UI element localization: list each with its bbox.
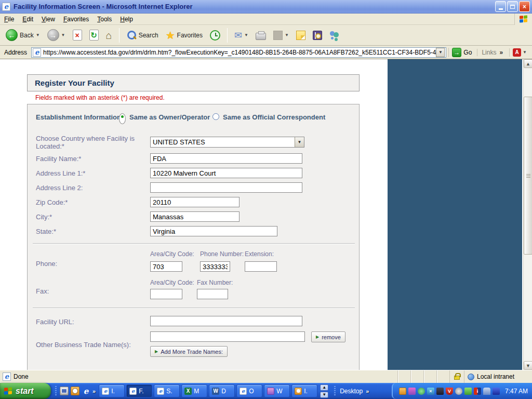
back-button[interactable]: ← Back ▼	[3, 28, 43, 43]
taskbar-clock: 7:47 AM	[505, 388, 528, 395]
close-icon: ×	[523, 3, 526, 10]
edit-dropdown-icon[interactable]: ▼	[285, 33, 289, 37]
radio-official-correspondent-label[interactable]: Same as Official Correspondent	[223, 113, 325, 121]
address-url-text[interactable]: https://www.accesstest.fda.gov/drlm/drlm…	[43, 49, 436, 56]
country-select[interactable]: UNITED STATES ▼	[150, 137, 304, 148]
phone-label: Phone:	[36, 260, 57, 268]
favorites-button[interactable]: ★ Favorites	[163, 29, 205, 42]
discuss-button[interactable]	[294, 29, 308, 42]
address-input[interactable]: e https://www.accesstest.fda.gov/drlm/dr…	[31, 47, 446, 58]
links-chevron-icon[interactable]: »	[499, 49, 503, 56]
tray-agent-icon[interactable]	[483, 388, 490, 395]
home-button[interactable]: ⌂	[103, 29, 115, 42]
menu-file[interactable]: File	[0, 14, 18, 24]
tray-chat-icon[interactable]	[418, 388, 425, 395]
refresh-button[interactable]: ↻	[87, 28, 101, 42]
show-desktop-icon[interactable]	[60, 387, 69, 395]
phone-extension-input[interactable]	[245, 261, 277, 272]
scroll-down-button[interactable]: ▼	[524, 361, 532, 370]
fax-number-input[interactable]	[197, 289, 228, 299]
edit-icon	[273, 31, 283, 40]
history-button[interactable]	[207, 29, 223, 42]
remove-trade-name-button[interactable]: ▶ remove	[311, 331, 345, 342]
quick-launch-ie-icon[interactable]: e	[82, 387, 90, 395]
pdf-toolbar-button[interactable]: A ▼	[509, 48, 530, 57]
remove-chevron-icon: ▶	[316, 335, 319, 339]
links-toolbar[interactable]: Links »	[477, 49, 507, 56]
pdf-dropdown-icon[interactable]: ▼	[523, 50, 527, 55]
scroll-up-button[interactable]: ▲	[524, 59, 532, 68]
menu-help[interactable]: Help	[116, 14, 137, 24]
quick-launch-chevron-icon[interactable]: »	[92, 388, 96, 394]
ie-task-icon: e	[240, 388, 247, 395]
fax-area-code-input[interactable]	[150, 289, 182, 299]
tray-app-icon[interactable]	[408, 388, 416, 395]
minimize-button[interactable]	[495, 1, 506, 12]
menu-edit[interactable]: Edit	[18, 14, 37, 24]
mail-button[interactable]: ✉ ▼	[232, 30, 251, 41]
menu-favorites[interactable]: Favorites	[59, 14, 93, 24]
radio-same-as-official-correspondent[interactable]	[212, 113, 219, 120]
tray-clock-icon[interactable]	[399, 388, 406, 395]
taskbar-scroll-down-button[interactable]: ▼	[320, 392, 328, 398]
task-button-clock-app[interactable]: I.	[291, 384, 317, 397]
print-button[interactable]	[253, 29, 269, 42]
state-input[interactable]	[150, 226, 277, 236]
address-label: Address	[2, 49, 29, 56]
task-button-ie-2[interactable]: e S.	[154, 384, 180, 397]
address-line1-input[interactable]	[150, 168, 302, 178]
quick-launch-clock-icon[interactable]	[71, 387, 79, 395]
back-dropdown-icon[interactable]: ▼	[36, 33, 40, 37]
taskbar-scroll: ▲ ▼	[320, 384, 328, 398]
address-dropdown-button[interactable]: ▼	[436, 48, 445, 57]
research-button[interactable]	[310, 29, 325, 42]
tray-update-icon[interactable]	[464, 388, 472, 395]
add-more-trade-names-button[interactable]: ▶ Add More Trade Names:	[150, 346, 228, 357]
task-button-ie-1[interactable]: e I.	[99, 384, 125, 397]
scrollbar-thumb[interactable]	[524, 97, 532, 255]
maximize-button[interactable]	[507, 1, 518, 12]
desktop-chevron-icon[interactable]: »	[366, 388, 369, 394]
facility-name-input[interactable]	[150, 153, 302, 164]
toolbar-grip[interactable]	[55, 386, 57, 396]
tray-status-icon[interactable]: ×	[427, 388, 434, 395]
country-dropdown-icon[interactable]: ▼	[295, 137, 304, 147]
ie-task-icon: e	[157, 388, 164, 395]
vertical-scrollbar[interactable]: ▲ ▼	[523, 59, 532, 370]
phone-area-code-input[interactable]	[150, 261, 182, 272]
menu-view[interactable]: View	[37, 14, 59, 24]
city-input[interactable]	[150, 211, 240, 222]
tray-security-icon[interactable]	[436, 388, 444, 395]
task-button-word[interactable]: W D	[209, 384, 235, 397]
forward-button[interactable]: → ▼	[45, 28, 68, 43]
tray-antivirus-icon[interactable]: V	[446, 388, 453, 395]
task-button-facility-active[interactable]: e F.	[126, 384, 152, 397]
search-button[interactable]: Search	[124, 29, 161, 42]
toolbar-grip[interactable]	[334, 386, 336, 396]
task-button-ie-3[interactable]: e O	[236, 384, 262, 397]
taskbar-scroll-up-button[interactable]: ▲	[320, 384, 328, 391]
messenger-button[interactable]	[327, 29, 342, 42]
forward-dropdown-icon[interactable]: ▼	[61, 33, 65, 37]
tray-flag-icon[interactable]: i	[474, 388, 481, 395]
phone-number-input[interactable]	[200, 261, 230, 272]
stop-button[interactable]: ×	[70, 28, 85, 42]
close-button[interactable]: ×	[519, 1, 530, 12]
tray-cd-icon[interactable]	[455, 388, 462, 395]
radio-owner-operator-label[interactable]: Same as Owner/Operator	[129, 113, 210, 121]
radio-same-as-owner-operator[interactable]	[119, 113, 126, 124]
go-button[interactable]: → Go	[448, 48, 475, 57]
menu-tools[interactable]: Tools	[93, 14, 116, 24]
zip-code-input[interactable]	[150, 197, 240, 207]
address-line2-input[interactable]	[150, 182, 302, 193]
task-button-excel[interactable]: X M	[181, 384, 207, 397]
edit-button[interactable]: ▼	[271, 29, 291, 42]
status-cell	[398, 370, 411, 383]
trade-name-input[interactable]	[150, 331, 305, 342]
tray-network-icon[interactable]	[493, 388, 500, 395]
task-button-app[interactable]: W	[264, 384, 290, 397]
facility-url-input[interactable]	[150, 316, 302, 326]
mail-dropdown-icon[interactable]: ▼	[244, 33, 248, 37]
start-button[interactable]: start	[0, 383, 51, 399]
ie-logo-icon: e	[2, 3, 10, 11]
